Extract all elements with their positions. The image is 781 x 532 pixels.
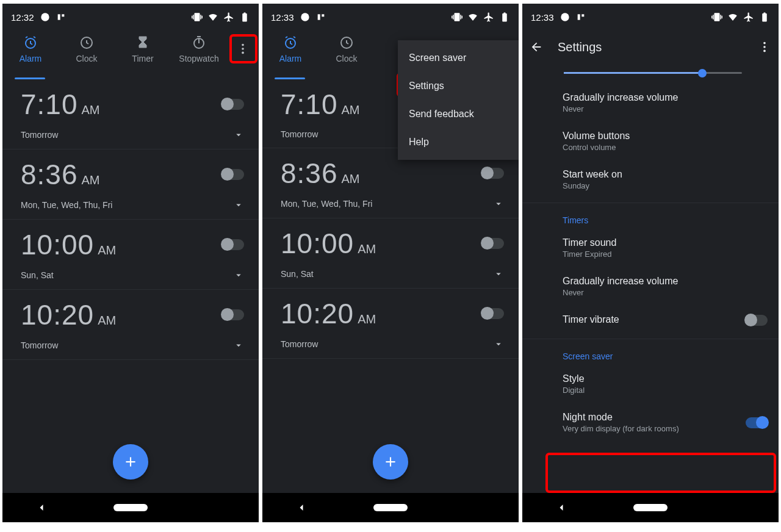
back-nav-icon[interactable] xyxy=(555,501,567,514)
alarm-toggle[interactable] xyxy=(222,239,244,250)
tab-label: Alarm xyxy=(279,54,302,63)
hourglass-icon xyxy=(135,35,150,50)
chevron-down-icon[interactable] xyxy=(493,268,504,279)
clock-icon xyxy=(79,35,94,50)
alarm-toggle[interactable] xyxy=(482,308,504,319)
setting-timer-vibrate[interactable]: Timer vibrate xyxy=(522,306,779,335)
wifi-icon xyxy=(727,12,738,23)
setting-volume-buttons[interactable]: Volume buttons Control volume xyxy=(522,122,779,160)
home-nav-pill[interactable] xyxy=(113,504,148,511)
alarm-time[interactable]: 10:00 AM xyxy=(21,228,116,261)
alarm-time[interactable]: 10:20 AM xyxy=(281,297,376,330)
alarm-schedule: Sun, Sat xyxy=(281,269,314,279)
status-time: 12:33 xyxy=(531,12,554,23)
alarm-toggle[interactable] xyxy=(482,168,504,179)
alarm-item[interactable]: 10:00 AM Sun, Sat xyxy=(262,218,519,289)
back-nav-icon[interactable] xyxy=(35,501,48,514)
nav-bar xyxy=(262,493,519,522)
divider xyxy=(522,203,779,203)
svg-point-17 xyxy=(763,50,766,52)
chevron-down-icon[interactable] xyxy=(493,198,504,209)
settings-list[interactable]: Gradually increase volume Never Volume b… xyxy=(522,63,779,493)
home-nav-pill[interactable] xyxy=(633,504,668,511)
fi-icon xyxy=(316,12,326,22)
back-nav-icon[interactable] xyxy=(295,501,308,514)
setting-timer-sound[interactable]: Timer sound Timer Expired xyxy=(522,229,779,267)
overflow-menu-button[interactable] xyxy=(232,38,254,60)
vibrate-icon xyxy=(192,12,203,23)
fi-icon xyxy=(576,12,586,22)
tab-label: Clock xyxy=(336,54,357,63)
alarm-item[interactable]: 7:10 AM Tomorrow xyxy=(2,79,259,149)
setting-night-mode[interactable]: Night mode Very dim display (for dark ro… xyxy=(522,403,779,442)
chevron-down-icon[interactable] xyxy=(233,270,244,281)
alarm-time[interactable]: 10:20 AM xyxy=(21,298,116,331)
screenshot-step-3: 12:33 Settings Gradually increase volume… xyxy=(522,4,779,522)
back-icon[interactable] xyxy=(530,40,543,54)
svg-point-6 xyxy=(242,48,244,50)
alarm-item[interactable]: 10:20 AM Tomorrow xyxy=(2,290,259,360)
alarm-schedule: Tomorrow xyxy=(281,129,318,139)
menu-settings[interactable]: Settings xyxy=(398,72,519,100)
wifi-icon xyxy=(467,12,478,23)
tab-clock[interactable]: Clock xyxy=(59,35,115,63)
setting-timer-grad-volume[interactable]: Gradually increase volume Never xyxy=(522,267,779,306)
tab-stopwatch[interactable]: Stopwatch xyxy=(171,35,227,63)
page-title: Settings xyxy=(558,40,602,54)
section-header-timers: Timers xyxy=(522,207,779,229)
setting-grad-volume[interactable]: Gradually increase volume Never xyxy=(522,84,779,122)
alarm-schedule: Mon, Tue, Wed, Thu, Fri xyxy=(21,200,112,210)
tab-label: Stopwatch xyxy=(179,54,218,63)
timer-vibrate-toggle[interactable] xyxy=(746,315,768,326)
alarm-time[interactable]: 8:36 AM xyxy=(281,157,360,190)
more-vert-icon[interactable] xyxy=(758,40,771,54)
home-nav-pill[interactable] xyxy=(373,504,408,511)
alarm-list: 7:10 AM Tomorrow 8:36 AM Mon, Tue, Wed, … xyxy=(2,79,259,493)
app-bar: Settings xyxy=(522,31,779,63)
svg-point-5 xyxy=(242,44,244,46)
vibrate-icon xyxy=(452,12,462,23)
alarm-time[interactable]: 8:36 AM xyxy=(21,158,100,191)
nav-bar xyxy=(2,493,259,522)
battery-icon xyxy=(239,12,250,23)
alarm-schedule: Tomorrow xyxy=(281,339,318,349)
status-bar: 12:33 xyxy=(522,4,779,31)
menu-send-feedback[interactable]: Send feedback xyxy=(398,100,519,128)
chevron-down-icon[interactable] xyxy=(233,129,244,140)
svg-rect-14 xyxy=(581,14,584,16)
alarm-item[interactable]: 10:20 AM Tomorrow xyxy=(262,289,519,359)
svg-point-8 xyxy=(301,13,309,21)
chevron-down-icon[interactable] xyxy=(233,340,244,351)
alarm-time[interactable]: 10:00 AM xyxy=(281,227,376,260)
alarm-toggle[interactable] xyxy=(222,309,244,320)
alarm-toggle[interactable] xyxy=(222,169,244,180)
alarm-schedule: Tomorrow xyxy=(21,130,58,140)
tab-clock[interactable]: Clock xyxy=(319,35,375,63)
tab-label: Alarm xyxy=(20,54,42,63)
menu-help[interactable]: Help xyxy=(398,128,519,156)
tab-alarm[interactable]: Alarm xyxy=(262,35,319,63)
add-alarm-fab[interactable] xyxy=(113,444,148,480)
clock-icon xyxy=(339,35,354,50)
menu-screen-saver[interactable]: Screen saver xyxy=(398,44,519,72)
alarm-item[interactable]: 8:36 AM Mon, Tue, Wed, Thu, Fri xyxy=(2,149,259,220)
add-alarm-fab[interactable] xyxy=(373,444,408,480)
chevron-down-icon[interactable] xyxy=(233,200,244,210)
tab-timer[interactable]: Timer xyxy=(115,35,171,63)
alarm-time[interactable]: 7:10 AM xyxy=(21,88,100,121)
alarm-item[interactable]: 10:00 AM Sun, Sat xyxy=(2,220,259,290)
alarm-time[interactable]: 7:10 AM xyxy=(281,88,360,121)
chevron-down-icon[interactable] xyxy=(493,339,504,350)
alarm-toggle[interactable] xyxy=(222,99,244,110)
slider-thumb[interactable] xyxy=(698,69,707,77)
tab-bar: Alarm Clock Timer Stopwatch xyxy=(2,31,259,79)
tab-alarm[interactable]: Alarm xyxy=(2,35,59,63)
setting-start-week[interactable]: Start week on Sunday xyxy=(522,160,779,199)
volume-slider[interactable] xyxy=(564,72,742,74)
alarm-schedule: Tomorrow xyxy=(21,340,58,350)
night-mode-toggle[interactable] xyxy=(746,417,768,428)
setting-style[interactable]: Style Digital xyxy=(522,365,779,403)
alarm-toggle[interactable] xyxy=(482,238,504,249)
alarm-icon xyxy=(23,35,38,50)
airplane-icon xyxy=(223,12,234,23)
